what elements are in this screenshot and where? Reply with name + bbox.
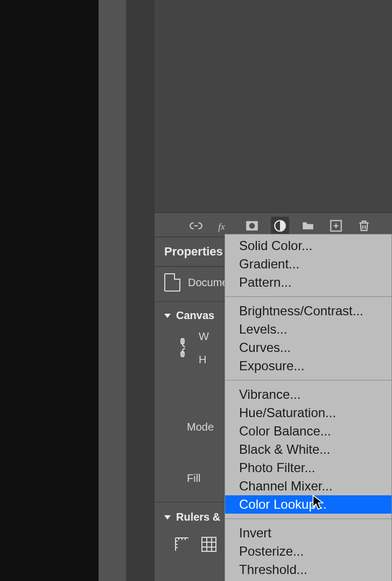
menu-item[interactable]: Levels...	[225, 320, 391, 338]
menu-item[interactable]: Color Lookup...	[225, 495, 391, 514]
svg-point-2	[249, 223, 255, 229]
document-icon	[164, 273, 180, 292]
menu-item[interactable]: Brightness/Contrast...	[225, 302, 391, 320]
ruler-corner-icon[interactable]	[174, 536, 191, 554]
grid-icon[interactable]	[201, 536, 218, 554]
menu-separator	[225, 296, 391, 297]
menu-separator	[225, 380, 391, 381]
mask-icon[interactable]	[243, 217, 261, 235]
menu-group: InvertPosterize...Threshold...Gradient M…	[225, 522, 391, 581]
menu-item[interactable]: Photo Filter...	[225, 459, 391, 477]
folder-icon[interactable]	[299, 217, 317, 235]
trash-icon[interactable]	[355, 217, 373, 235]
adjustment-layer-menu: Solid Color...Gradient...Pattern...Brigh…	[225, 234, 392, 581]
menu-item[interactable]: Exposure...	[225, 357, 391, 375]
chevron-down-icon	[164, 314, 171, 318]
canvas-section-label: Canvas	[176, 309, 214, 322]
mode-label: Mode	[187, 421, 214, 433]
menu-separator	[225, 518, 391, 519]
menu-item[interactable]: Color Balance...	[225, 422, 391, 440]
menu-item[interactable]: Threshold...	[225, 561, 391, 579]
menu-item[interactable]: Channel Mixer...	[225, 477, 391, 495]
menu-item[interactable]: Solid Color...	[225, 237, 391, 255]
svg-rect-7	[202, 537, 216, 551]
panel-divider-strip	[126, 0, 155, 581]
menu-item[interactable]: Invert	[225, 524, 391, 542]
mouse-cursor	[312, 495, 324, 513]
svg-text:fx: fx	[218, 221, 225, 231]
adjustment-layer-icon[interactable]	[271, 217, 289, 235]
menu-item[interactable]: Pattern...	[225, 273, 391, 292]
menu-item[interactable]: Gradient...	[225, 255, 391, 273]
rulers-section-label: Rulers &	[176, 511, 220, 523]
empty-panel-area	[155, 0, 392, 213]
width-label: W	[199, 330, 209, 343]
menu-group: Solid Color...Gradient...Pattern...	[225, 234, 391, 294]
menu-item[interactable]: Hue/Saturation...	[225, 404, 391, 422]
panel-gutter	[99, 0, 126, 581]
menu-group: Vibrance...Hue/Saturation...Color Balanc…	[225, 383, 391, 516]
fill-label: Fill	[187, 472, 201, 484]
menu-group: Brightness/Contrast...Levels...Curves...…	[225, 300, 391, 377]
chevron-down-icon	[164, 515, 171, 520]
link-dimensions-icon[interactable]	[175, 337, 190, 358]
menu-item[interactable]: Black & White...	[225, 440, 391, 459]
menu-item[interactable]: Posterize...	[225, 542, 391, 561]
link-layers-icon[interactable]	[187, 217, 205, 235]
menu-item[interactable]: Vibrance...	[225, 385, 391, 404]
menu-item[interactable]: Curves...	[225, 338, 391, 357]
menu-item[interactable]: Gradient Map...	[225, 579, 391, 581]
new-layer-icon[interactable]	[327, 217, 345, 235]
fx-icon[interactable]: fx	[215, 217, 233, 235]
canvas-dark-strip	[0, 0, 99, 581]
height-label: H	[199, 354, 209, 366]
